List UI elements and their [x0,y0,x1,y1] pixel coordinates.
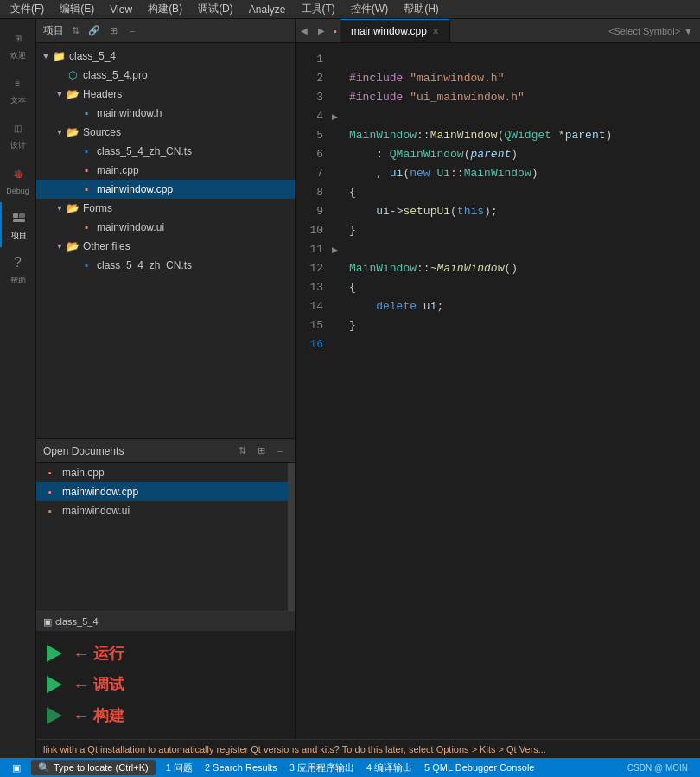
tree-item-headers[interactable]: ▼ 📂 Headers [36,85,295,104]
tree-item-other-files[interactable]: ▼ 📂 Other files [36,237,295,256]
tree-item-pro[interactable]: ⬡ class_5_4.pro [36,66,295,85]
status-search-results[interactable]: 2 Search Results [200,762,283,773]
tab-nav-left[interactable]: ◀ [296,19,313,42]
tree-arrow-sources: ▼ [54,128,66,137]
message-bar: link with a Qt installation to automatic… [36,739,700,758]
design-icon: ◫ [9,118,28,137]
tree-item-root[interactable]: ▼ 📁 class_5_4 [36,47,295,66]
panel-filter-btn[interactable]: ⇅ [67,23,83,39]
panel-split-btn[interactable]: ⊞ [105,23,121,39]
tree-item-ts2[interactable]: ▪ class_5_4_zh_CN.ts [36,256,295,275]
file-icon-main-cpp: ▪ [80,163,93,177]
doc-item-main-cpp[interactable]: ▪ main.cpp [36,463,295,482]
code-content[interactable]: #include "mainwindow.h" #include "ui_mai… [342,43,700,758]
sidebar-item-help[interactable]: ? 帮助 [0,247,36,292]
tab-close-mainwindow-cpp[interactable]: ✕ [432,27,439,36]
tree-item-main-cpp[interactable]: ▪ main.cpp [36,161,295,180]
tree-item-mainwindow-cpp[interactable]: ▪ mainwindow.cpp [36,180,295,199]
run-annotation: ← 运行 [73,641,295,666]
select-symbol-dropdown[interactable]: <Select Symbol> ▼ [601,19,700,42]
panel-header-actions: ⇅ 🔗 ⊞ − [67,23,140,39]
file-icon-mainwindow-ui: ▪ [80,220,93,234]
tree-item-mainwindow-h[interactable]: ▪ mainwindow.h [36,104,295,123]
tree-item-ts1[interactable]: ▪ class_5_4_zh_CN.ts [36,142,295,161]
file-tree: ▼ 📁 class_5_4 ⬡ class_5_4.pro ▼ 📂 Header… [36,43,295,438]
search-icon: 🔍 [38,762,50,774]
status-app-output[interactable]: 3 应用程序输出 [284,761,360,774]
sidebar-item-debug[interactable]: 🐞 Debug [0,157,36,202]
tab-label-mainwindow-cpp: mainwindow.cpp [351,25,427,37]
menu-analyze[interactable]: Analyze [242,2,293,17]
open-docs-scrollbar[interactable] [288,463,295,611]
status-compile-output[interactable]: 4 编译输出 [361,761,417,774]
run-debug-button[interactable] [42,672,67,697]
project-icon [10,208,29,227]
run-panel: ▣ class_5_4 [36,611,295,758]
menu-build[interactable]: 构建(B) [141,0,189,18]
open-docs-close-btn[interactable]: − [272,443,288,459]
folder-icon-sources: 📂 [66,125,80,139]
menu-edit[interactable]: 编辑(E) [53,0,101,18]
sidebar-item-design[interactable]: ◫ 设计 [0,112,36,157]
doc-icon-mainwindow-cpp: ▪ [43,485,57,499]
menu-view[interactable]: View [103,2,139,17]
fold-line-1 [332,50,338,69]
tree-item-mainwindow-ui[interactable]: ▪ mainwindow.ui [36,218,295,237]
line-num-15: 15 [296,316,323,335]
build-label: 构建 [93,705,124,726]
locate-search[interactable]: 🔍 Type to locate (Ctrl+K) [31,760,156,775]
project-label: 项目 [11,230,27,241]
status-left: ▣ 🔍 Type to locate (Ctrl+K) 1 问题 2 Searc… [7,760,539,775]
kit-label: class_5_4 [55,616,99,627]
open-docs-sort-btn[interactable]: ⇅ [234,443,250,459]
tree-label-forms: Forms [83,202,112,214]
fold-line-8 [332,183,338,202]
folder-icon-other-files: 📂 [66,239,80,253]
panel-close-btn[interactable]: − [124,23,140,39]
annotation-container: ← 运行 ← 调试 ← 构建 [73,638,295,728]
status-qml-debugger[interactable]: 5 QML Debugger Console [419,762,539,773]
help-icon: ? [9,253,28,272]
play-icon [47,645,62,662]
editor-tab-mainwindow-cpp[interactable]: mainwindow.cpp ✕ [340,19,450,42]
doc-item-mainwindow-ui[interactable]: ▪ mainwindow.ui [36,501,295,520]
doc-item-mainwindow-cpp[interactable]: ▪ mainwindow.cpp [36,482,295,501]
menu-controls[interactable]: 控件(W) [344,0,395,18]
welcome-label: 欢迎 [10,50,26,61]
menu-debug[interactable]: 调试(D) [191,0,240,18]
status-stop-btn[interactable]: ▣ [7,762,26,774]
run-play-button[interactable] [42,641,67,666]
open-docs-split-btn[interactable]: ⊞ [253,443,269,459]
panel-link-btn[interactable]: 🔗 [86,23,102,39]
left-sidebar: ⊞ 欢迎 ≡ 文本 ◫ 设计 🐞 Debug 项目 ? [0,19,36,758]
tree-arrow-other-files: ▼ [54,242,66,251]
menu-tools[interactable]: 工具(T) [295,0,342,18]
status-right: CSDN @ MOIN [622,763,693,773]
tab-nav-right[interactable]: ▶ [313,19,330,42]
status-problems[interactable]: 1 问题 [161,761,198,774]
debug-icon: 🐞 [9,165,28,184]
tree-item-sources[interactable]: ▼ 📂 Sources [36,123,295,142]
file-icon-ts1: ▪ [80,144,93,158]
sidebar-item-welcome[interactable]: ⊞ 欢迎 [0,22,36,67]
fold-line-3 [332,88,338,107]
run-arrow: ← [73,644,90,664]
sidebar-item-text[interactable]: ≡ 文本 [0,67,36,112]
fold-arrow-11[interactable]: ▶ [332,240,338,259]
run-buttons-column [36,638,73,728]
file-icon-h: ▪ [80,106,93,120]
tree-label-headers: Headers [83,88,122,100]
sidebar-item-project[interactable]: 项目 [0,202,36,247]
code-editor: 1 2 3 4 5 6 7 8 9 10 11 12 13 14 15 16 [296,43,700,758]
project-panel-title: 项目 [43,23,64,38]
fold-line-5 [332,126,338,145]
open-docs-header: Open Documents ⇅ ⊞ − [36,439,295,463]
fold-arrow-4[interactable]: ▶ [332,107,338,126]
line-num-8: 8 [296,183,323,202]
menu-file[interactable]: 文件(F) [3,0,51,18]
run-build-button[interactable] [42,704,67,728]
tree-label-mainwindow-cpp: mainwindow.cpp [97,183,173,195]
fold-line-7 [332,164,338,183]
tree-item-forms[interactable]: ▼ 📂 Forms [36,199,295,218]
menu-help[interactable]: 帮助(H) [397,0,446,18]
